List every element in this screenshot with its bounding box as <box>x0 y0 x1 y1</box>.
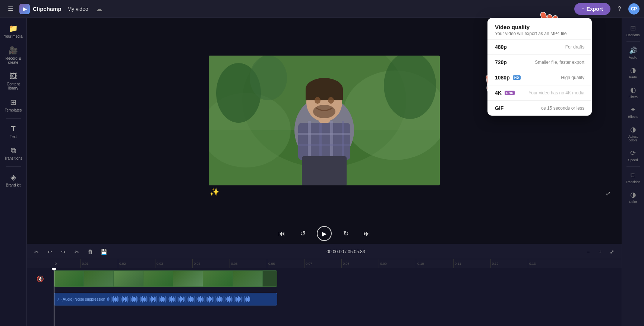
waveform-bar <box>126 297 127 301</box>
timeline-delete-button[interactable]: 🗑 <box>85 247 95 257</box>
sidebar-label-text: Text <box>10 135 16 139</box>
waveform-bar <box>197 298 198 300</box>
sidebar-divider <box>6 118 21 119</box>
quality-option-gif[interactable]: GIF os 15 seconds or less <box>487 101 592 116</box>
export-icon: ↑ <box>582 6 584 12</box>
timeline-area: ✂ ↩ ↪ ✂ 🗑 💾 00:00.00 / 05:05.83 − + ⤢ <box>27 244 622 326</box>
sidebar-item-your-media[interactable]: 📁 Your media <box>1 21 25 41</box>
waveform-bar <box>124 298 125 300</box>
waveform-bar <box>245 298 246 301</box>
waveform-bar <box>192 297 193 302</box>
quality-option-1080p[interactable]: 1080p HD High quality <box>487 70 592 85</box>
audio-track-row: ♪ (Audio) Noise suppression <box>27 291 622 311</box>
right-item-color[interactable]: ◑ Color <box>623 188 644 207</box>
quality-left-4k: 4K UHD <box>495 90 515 96</box>
help-button[interactable]: ? <box>613 3 625 15</box>
waveform-bar <box>216 298 217 301</box>
video-track-content[interactable] <box>54 270 622 287</box>
waveform-bar <box>140 297 141 302</box>
waveform-bar <box>173 297 174 302</box>
waveform-bar <box>243 297 243 301</box>
sidebar-item-text[interactable]: T Text <box>1 122 25 142</box>
sidebar-item-brand-kit[interactable]: ◈ Brand kit <box>1 170 25 190</box>
waveform-bar <box>195 296 195 303</box>
logo-text: Clipchamp <box>33 6 61 12</box>
quality-right-480p: For drafts <box>565 44 584 50</box>
video-clip[interactable] <box>54 270 277 287</box>
skip-forward-button[interactable]: ⏭ <box>360 227 373 240</box>
right-item-fade[interactable]: ◑ Fade <box>623 63 644 82</box>
waveform-bar <box>187 298 187 301</box>
waveform-bar <box>165 296 166 303</box>
sidebar-item-templates[interactable]: ⊞ Templates <box>1 95 25 115</box>
playback-controls: ⏮ ↺ ▶ ↻ ⏭ <box>27 223 622 244</box>
waveform-bar <box>167 297 167 301</box>
waveform-bar <box>235 297 236 301</box>
audio-track-content[interactable]: ♪ (Audio) Noise suppression <box>54 293 622 309</box>
dropdown-title: Video quality <box>495 24 584 30</box>
timeline-cut-button[interactable]: ✂ <box>72 247 82 257</box>
quality-option-720p[interactable]: 720p Smaller file, faster export <box>487 55 592 70</box>
right-label-filters: Filters <box>628 95 638 99</box>
waveform-bar <box>222 298 223 301</box>
video-frame <box>209 56 440 185</box>
video-track-row: 🔇 <box>27 268 622 289</box>
right-item-transition[interactable]: ⧉ Transition <box>623 168 644 187</box>
audio-clip[interactable]: ♪ (Audio) Noise suppression <box>54 293 277 305</box>
sidebar-item-transitions[interactable]: ⧉ Transitions <box>1 143 25 163</box>
right-item-captions[interactable]: ⊟ Captions <box>623 21 644 40</box>
waveform-bar <box>113 296 114 303</box>
play-button[interactable]: ▶ <box>317 226 332 241</box>
export-button[interactable]: ↑ Export <box>574 3 610 15</box>
video-title[interactable]: My video <box>64 4 91 13</box>
zoom-out-button[interactable]: − <box>583 247 593 257</box>
skip-back-button[interactable]: ⏮ <box>275 227 288 240</box>
quality-option-480p[interactable]: 480p For drafts <box>487 40 592 55</box>
waveform-bar <box>178 297 179 302</box>
timeline-save-button[interactable]: 💾 <box>98 247 109 257</box>
right-item-speed[interactable]: ⟳ Speed <box>623 146 644 165</box>
right-item-filters[interactable]: ◐ Filters <box>623 83 644 102</box>
quality-option-4k[interactable]: 4K UHD Your video has no 4K media <box>487 85 592 101</box>
rewind-button[interactable]: ↺ <box>296 227 309 240</box>
zoom-fit-button[interactable]: ⤢ <box>607 247 617 257</box>
waveform-bar <box>130 297 130 302</box>
waveform-bar <box>248 296 249 302</box>
right-divider-1 <box>626 41 640 42</box>
sidebar-item-record-create[interactable]: 🎥 Record & create <box>1 43 25 68</box>
waveform-bar <box>162 297 163 301</box>
quality-label-720p: 720p <box>495 59 507 65</box>
avatar[interactable]: CP <box>628 3 640 15</box>
ruler-mark-8: 0:08 <box>341 259 379 268</box>
video-thumb-6 <box>203 271 233 286</box>
record-icon: 🎥 <box>9 46 18 55</box>
timeline-scissor-button[interactable]: ✂ <box>31 247 42 257</box>
zoom-in-button[interactable]: + <box>595 247 605 257</box>
waveform-bar <box>119 297 119 301</box>
audio-clip-label: (Audio) Noise suppression <box>61 297 105 301</box>
timeline-undo-button[interactable]: ↩ <box>45 247 55 257</box>
templates-icon: ⊞ <box>10 98 16 107</box>
waveform-bar <box>207 297 208 302</box>
right-item-audio[interactable]: 🔊 Audio <box>623 43 644 62</box>
waveform-bar <box>239 297 240 301</box>
waveform-bar <box>125 297 126 302</box>
waveform-bar <box>142 296 143 303</box>
fullscreen-button[interactable]: ⤢ <box>606 190 610 197</box>
waveform-bar <box>228 297 229 301</box>
waveform-bar <box>149 297 149 302</box>
magic-button[interactable]: ✨ <box>209 187 220 197</box>
hamburger-menu[interactable]: ☰ <box>4 3 16 15</box>
quality-right-gif: os 15 seconds or less <box>541 106 584 111</box>
right-label-audio: Audio <box>629 56 637 59</box>
waveform-bar <box>153 298 154 300</box>
timeline-redo-button[interactable]: ↪ <box>58 247 69 257</box>
right-item-effects[interactable]: ✦ Effects <box>623 103 644 122</box>
forward-button[interactable]: ↻ <box>339 227 353 240</box>
waveform-bar <box>179 298 180 301</box>
sidebar-item-content-library[interactable]: 🖼 Content library <box>1 69 25 93</box>
waveform-bar <box>155 297 156 301</box>
svg-point-18 <box>328 97 334 104</box>
header: ☰ ▶ Clipchamp My video ☁ ↑ Export ? CP <box>0 0 644 18</box>
right-item-adjust-colors[interactable]: ◑ Adjust colors <box>623 122 644 145</box>
